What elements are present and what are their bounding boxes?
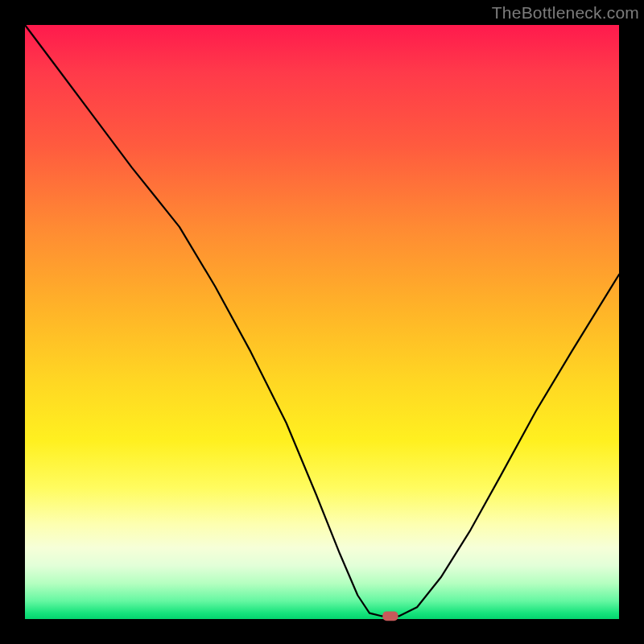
chart-svg (25, 25, 619, 619)
watermark-text: TheBottleneck.com (492, 3, 639, 23)
chart-frame: TheBottleneck.com (0, 0, 644, 644)
bottleneck-curve (25, 25, 619, 616)
plot-area (25, 25, 619, 619)
bottleneck-marker (382, 611, 398, 621)
